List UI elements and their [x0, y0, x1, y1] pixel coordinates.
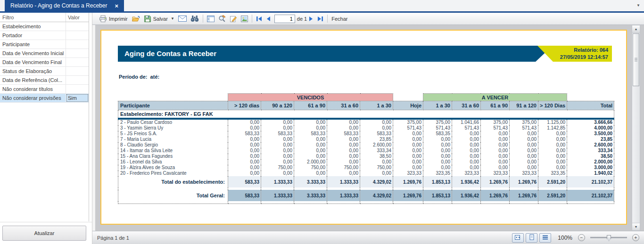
close-viewer-button[interactable]: Fechar [330, 15, 349, 23]
value-cell: 0,00 [538, 148, 567, 154]
value-cell: 0,00 [452, 154, 481, 159]
filter-value[interactable] [66, 49, 89, 57]
single-page-button[interactable] [526, 233, 537, 243]
tab-report[interactable]: Relatório - Aging de Contas a Receber × [5, 0, 124, 11]
end-cell [510, 201, 538, 203]
scroll-up-icon[interactable]: ▲ [632, 25, 640, 33]
filter-row-portador[interactable]: Portador [0, 31, 89, 40]
vertical-scrollbar[interactable]: ▲ ▼ [632, 25, 640, 231]
filter-value-sim[interactable]: Sim [66, 94, 89, 102]
search-settings-button[interactable] [216, 14, 228, 24]
previous-page-button[interactable] [264, 15, 272, 23]
value-cell: 0,00 [452, 159, 481, 165]
first-page-button[interactable] [254, 15, 264, 23]
establishment-total-cell: 1.269,76 [481, 176, 510, 187]
edit-page-button[interactable] [228, 14, 239, 24]
value-cell: 0,00 [228, 159, 261, 165]
filter-row-data-vencimento-final[interactable]: Data de Vencimento Final [0, 58, 89, 67]
value-cell: 0,00 [510, 148, 538, 154]
establishment-total-cell: 1.269,76 [510, 176, 538, 187]
end-cell [538, 201, 567, 203]
scrollbar-thumb[interactable] [633, 33, 639, 86]
tab-close-icon[interactable]: × [115, 3, 118, 9]
filter-label: Portador [0, 31, 66, 40]
watermark-button[interactable] [239, 15, 250, 23]
filter-row-participante[interactable]: Participante [0, 40, 89, 49]
column-header: 31 a 60 [327, 101, 360, 110]
value-cell: 0,00 [423, 165, 452, 171]
value-cell: 0,00 [423, 137, 452, 142]
value-cell: 1.940,02 [567, 171, 614, 176]
find-button[interactable] [189, 14, 201, 23]
value-cell: 571,43 [423, 125, 452, 131]
value-cell: 0,00 [327, 148, 360, 154]
last-page-button[interactable] [315, 15, 325, 23]
value-cell: 0,00 [294, 154, 327, 159]
toolbar-separator [327, 15, 328, 23]
email-button[interactable] [176, 15, 189, 23]
report-table: VENCIDOSA VENCERParticipante> 120 dias90… [118, 93, 614, 204]
end-cell [393, 201, 423, 203]
filter-value[interactable] [66, 22, 89, 31]
filter-value[interactable] [66, 76, 89, 84]
value-cell: 2.600,00 [360, 142, 393, 148]
establishment-total-cell: 1.333,33 [327, 176, 360, 187]
band-spacer-hoje [393, 94, 423, 101]
filter-row-data-vencimento-inicial[interactable]: Data de Vencimento Inicial [0, 49, 89, 58]
grand-total-cell: 1.936,42 [452, 190, 481, 201]
zoom-out-icon[interactable]: − [578, 234, 585, 241]
continuous-view-button[interactable] [539, 233, 551, 243]
filter-value[interactable] [66, 31, 89, 40]
end-cell [481, 201, 510, 203]
value-cell: 0,00 [327, 154, 360, 159]
column-header: 91 a 120 [510, 101, 538, 110]
participant-cell: 2 - Paulo Cesar Cardoso [118, 119, 228, 125]
filter-label: Participante [0, 40, 66, 49]
filter-value[interactable] [66, 40, 89, 49]
grand-total-cell: 583,33 [228, 190, 261, 201]
viewer-toolbar: Imprimir Salvar ▼ [92, 13, 644, 25]
filter-row-status-elaboracao[interactable]: Status de Elaboração [0, 67, 89, 76]
value-cell: 2.600,00 [567, 142, 614, 148]
save-button[interactable]: Salvar ▼ [142, 14, 176, 24]
value-cell: 0,00 [261, 148, 294, 154]
establishment-total-cell: 3.333,33 [294, 176, 327, 187]
refresh-button[interactable]: Atualizar [2, 226, 86, 241]
filter-value[interactable] [66, 85, 89, 93]
value-cell: 0,00 [538, 142, 567, 148]
zoom-slider[interactable] [590, 237, 627, 238]
value-cell: 571,43 [393, 125, 423, 131]
filter-value[interactable] [66, 67, 89, 75]
report-viewer-panel: Imprimir Salvar ▼ [92, 13, 644, 244]
zoom-in-icon[interactable]: + [632, 234, 639, 241]
establishment-total-label: Total do estabelecimento: [118, 176, 228, 187]
value-cell: 0,00 [393, 137, 423, 142]
email-icon [178, 16, 187, 22]
filter-row-nao-considerar-titulos[interactable]: Não considerar títulos [0, 85, 89, 94]
participant-cell: 14 - Itamar da Silva Leite [118, 148, 228, 154]
scroll-down-icon[interactable]: ▼ [632, 223, 640, 230]
value-cell: 0,00 [228, 154, 261, 159]
filter-row-estabelecimento[interactable]: Estabelecimento [0, 22, 89, 31]
report-info-badge: Relatório: 064 27/05/2019 12:14:57 [537, 46, 612, 62]
toolbar-separator [252, 15, 252, 23]
zoom-slider-thumb[interactable] [607, 235, 611, 241]
page-number-input[interactable] [274, 15, 295, 23]
next-page-button[interactable] [307, 15, 315, 23]
filter-row-nao-considerar-provisoes[interactable]: Não considerar provisões Sim [0, 94, 89, 103]
value-cell: 0,00 [360, 171, 393, 176]
value-cell: 323,33 [452, 171, 481, 176]
save-dropdown-icon[interactable]: ▼ [171, 16, 174, 21]
value-cell: 0,00 [228, 148, 261, 154]
participant-cell: 20 - Frederico Pires Cavalcante [118, 171, 228, 176]
filter-row-data-referencia[interactable]: Data de Referência (Col... [0, 76, 89, 85]
table-row: 5 - JS Freios S.A.583,33583,33583,33583,… [118, 131, 614, 137]
value-cell: 0,00 [423, 159, 452, 165]
tab-list-dropdown-icon[interactable]: ▼ [636, 3, 640, 8]
document-map-button[interactable] [205, 15, 216, 23]
open-button[interactable] [130, 14, 142, 24]
print-layout-button[interactable] [512, 233, 524, 243]
print-button[interactable]: Imprimir [97, 14, 130, 24]
column-header: Total [567, 101, 614, 110]
filter-value[interactable] [66, 58, 89, 66]
